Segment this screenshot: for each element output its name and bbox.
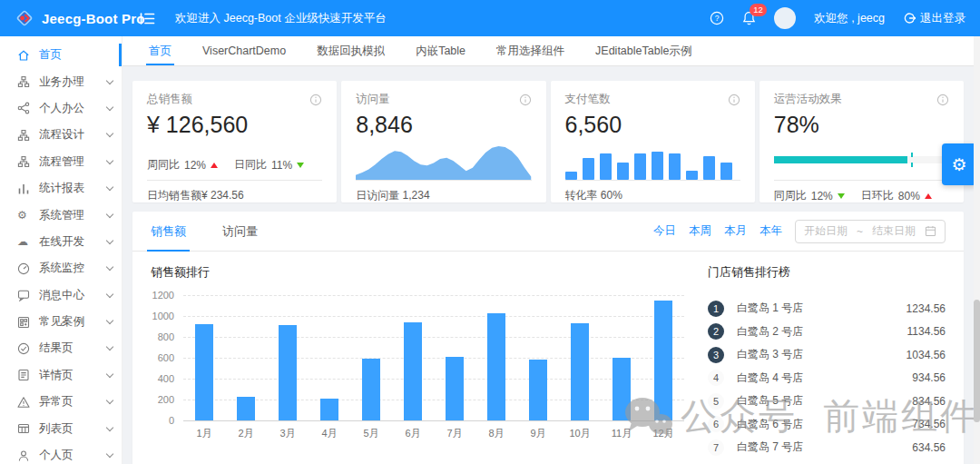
sidebar-item-label: 消息中心 [39, 288, 107, 303]
chart-bar[interactable] [612, 358, 631, 420]
sidebar-item-system-management[interactable]: ⚙ 系统管理 [0, 202, 122, 228]
top-header: Jeecg-Boot Pro 欢迎进入 Jeecg-Boot 企业级快速开发平台… [0, 0, 980, 36]
chevron-down-icon [106, 370, 113, 378]
caret-up-icon [925, 193, 932, 199]
start-date-placeholder: 开始日期 [804, 223, 848, 239]
tab-common-select[interactable]: 常用选择组件 [481, 36, 580, 65]
avatar[interactable] [774, 7, 796, 29]
progress-target-marker [911, 153, 913, 167]
filter-today[interactable]: 今日 [653, 223, 676, 239]
cluster-icon [17, 155, 31, 168]
chevron-down-icon [106, 450, 113, 458]
settings-drawer-button[interactable]: ⚙ [942, 143, 976, 185]
chart-bar[interactable] [529, 360, 547, 420]
chart-bar[interactable] [279, 325, 297, 420]
trend-week: 周同比 12% [147, 157, 218, 173]
sales-panel-header: 销售额 访问量 今日 本周 本月 本年 开始日期 ~ 结束日期 [132, 212, 964, 252]
chevron-down-icon [106, 76, 113, 84]
chart-title: 销售额排行 [151, 264, 684, 281]
card-value: 8,846 [356, 110, 531, 140]
app-logo[interactable]: Jeecg-Boot Pro [0, 8, 127, 28]
menu-fold-icon[interactable] [140, 12, 155, 25]
sidebar-item-detail-page[interactable]: 详情页 [0, 362, 122, 389]
tab-viser-chart-demo[interactable]: ViserChartDemo [187, 36, 301, 65]
info-icon[interactable] [519, 94, 532, 106]
scrollbar[interactable] [974, 36, 980, 464]
sidebar-item-statistics[interactable]: 统计报表 [0, 175, 122, 202]
filter-this-month[interactable]: 本月 [724, 223, 747, 239]
filter-this-year[interactable]: 本年 [760, 223, 782, 239]
end-date-placeholder: 结束日期 [872, 223, 916, 239]
cluster-icon [17, 129, 31, 142]
rank-badge: 3 [708, 347, 724, 363]
gear-icon: ⚙ [17, 210, 31, 221]
sidebar-item-personal-office[interactable]: 个人办公 [0, 95, 122, 122]
sidebar-item-list-page[interactable]: 列表页 [0, 415, 122, 441]
sidebar-item-message-center[interactable]: 消息中心 [0, 282, 122, 309]
sidebar-item-process-design[interactable]: 流程设计 [0, 122, 122, 148]
check-circle-icon [17, 342, 31, 355]
chart-bar[interactable] [362, 359, 380, 420]
sidebar-item-label: 在线开发 [39, 234, 107, 250]
chart-bar[interactable] [237, 397, 255, 421]
tab-data-callback-sim[interactable]: 数据回执模拟 [301, 36, 400, 65]
chart-bar[interactable] [571, 323, 589, 420]
sidebar-item-online-dev[interactable]: ☁ 在线开发 [0, 229, 122, 255]
bell-icon[interactable]: 12 [742, 11, 756, 25]
gear-icon: ⚙ [951, 154, 966, 175]
rank-badge: 1 [708, 301, 724, 317]
sidebar-item-label: 异常页 [39, 394, 107, 410]
cloud-icon: ☁ [17, 236, 31, 247]
chart-bar[interactable] [487, 313, 505, 420]
chevron-down-icon [106, 343, 113, 350]
sidebar-item-business[interactable]: 业务办理 [0, 68, 122, 94]
chart-bar[interactable] [195, 324, 213, 420]
caret-up-icon [211, 163, 218, 168]
sidebar-item-result-page[interactable]: 结果页 [0, 335, 122, 361]
ranking-row: 2 白鹭岛 2 号店 1134.56 [708, 321, 946, 344]
payments-bar-sparkline [565, 142, 740, 180]
scrollbar-thumb[interactable] [974, 300, 980, 422]
chart-bar[interactable] [446, 357, 464, 420]
tab-visits[interactable]: 访问量 [204, 212, 276, 252]
stat-cards-row: 总销售额 ¥ 126,560 周同比 12% [132, 81, 964, 202]
bar-chart-icon [17, 183, 31, 195]
info-icon[interactable] [936, 94, 949, 106]
card-value: ¥ 126,560 [147, 110, 322, 140]
chart-bar[interactable] [654, 301, 672, 420]
card-payments: 支付笔数 6,560 转化率 60% [551, 81, 755, 202]
question-circle-icon[interactable]: ? [710, 11, 724, 25]
ranking-row: 3 白鹭岛 3 号店 1034.56 [708, 343, 946, 367]
dashboard-icon [17, 262, 31, 275]
chart-bar[interactable] [320, 399, 338, 420]
svg-text:?: ? [715, 14, 720, 23]
card-title: 运营活动效果 [774, 92, 842, 107]
ranking-row: 6 白鹭岛 6 号店 734.56 [708, 413, 946, 437]
tab-home[interactable]: 首页 [133, 36, 187, 65]
filter-this-week[interactable]: 本周 [689, 223, 711, 239]
tab-embedded-table[interactable]: 内嵌Table [400, 36, 481, 65]
tab-jeditabletable-demo[interactable]: JEditableTable示例 [580, 36, 707, 65]
header-actions: ? 12 欢迎您 , jeecg 退出登录 [710, 7, 980, 29]
card-footer: 日均销售额¥ 234.56 [147, 180, 322, 202]
sidebar-item-label: 个人页 [39, 448, 107, 463]
ranking-row: 4 白鹭岛 4 号店 934.56 [708, 367, 946, 390]
sidebar-item-home[interactable]: 首页 [0, 42, 122, 68]
info-icon[interactable] [728, 94, 740, 106]
logout-button[interactable]: 退出登录 [903, 11, 965, 26]
plot-area [183, 295, 684, 420]
sidebar-item-exception-page[interactable]: 异常页 [0, 389, 122, 415]
ranking-title: 门店销售排行榜 [708, 264, 946, 281]
visits-area-sparkline [356, 140, 531, 180]
sidebar-item-system-monitor[interactable]: 系统监控 [0, 255, 122, 281]
sidebar-item-label: 流程管理 [39, 154, 107, 170]
info-icon[interactable] [309, 94, 322, 106]
date-range-picker[interactable]: 开始日期 ~ 结束日期 [795, 220, 946, 243]
sidebar-item-process-management[interactable]: 流程管理 [0, 149, 122, 175]
tab-sales[interactable]: 销售额 [132, 212, 204, 252]
share-icon [17, 102, 31, 114]
store-name: 白鹭岛 3 号店 [737, 347, 906, 362]
chart-bar[interactable] [404, 322, 422, 420]
sidebar-item-personal-page[interactable]: 个人页 [0, 442, 122, 464]
sidebar-item-common-cases[interactable]: 常见案例 [0, 309, 122, 335]
